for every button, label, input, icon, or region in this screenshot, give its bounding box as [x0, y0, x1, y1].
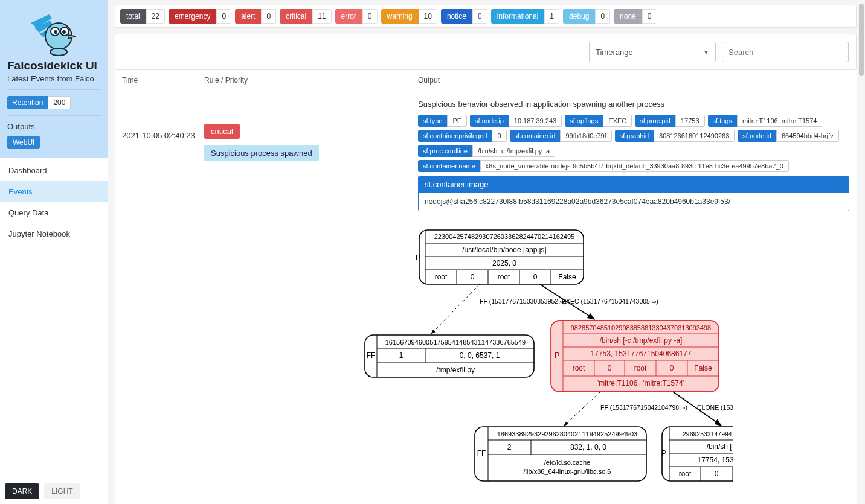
tag-key: sf.graphid: [615, 130, 654, 142]
pill-label: informational: [491, 9, 545, 24]
svg-text:1: 1: [399, 351, 404, 360]
svg-line-24: [431, 284, 480, 334]
tag-value: 10.187.39.243: [509, 115, 562, 127]
scrollbar[interactable]: [859, 4, 864, 76]
svg-text:0: 0: [471, 273, 475, 281]
tag-value: 0: [492, 130, 506, 142]
pill-label: warning: [381, 9, 419, 24]
output-webui-pill[interactable]: WebUI: [7, 136, 40, 149]
tag-key: sf.proc.cmdline: [418, 145, 472, 157]
pill-count: 0: [216, 9, 231, 24]
filter-informational[interactable]: informational1: [491, 9, 559, 24]
svg-text:FF: FF: [367, 351, 376, 360]
event-row[interactable]: informational Container entrypoint "node…: [115, 499, 857, 504]
sidebar-header: Falcosidekick UI Latest Events from Falc…: [0, 0, 108, 158]
nav-events[interactable]: Events: [0, 181, 108, 202]
pill-label: notice: [441, 9, 472, 24]
filter-none[interactable]: none0: [614, 9, 657, 24]
tag[interactable]: sf.container.namek8s_node_vulnerable-nod…: [418, 160, 789, 172]
svg-text:17753, 1531776715040686177: 17753, 1531776715040686177: [591, 349, 692, 358]
svg-text:223004257482930726033628244702: 22300425748293072603362824470214162495: [434, 233, 574, 240]
svg-text:root: root: [634, 364, 647, 372]
tag-value: /bin/sh -c /tmp/exfil.py -a: [472, 145, 555, 157]
pill-count: 0: [595, 9, 610, 24]
tag-value: mitre:T1106, mitre:T1574: [737, 115, 823, 127]
events-table: Time Rule / Priority Output 2021-10-05 0…: [115, 70, 857, 220]
graph-node-top: P 22300425748293072603362824470214162495…: [416, 230, 584, 284]
tag-key: sf.opflags: [565, 115, 603, 127]
pill-label: emergency: [169, 9, 216, 24]
filter-error[interactable]: error0: [335, 9, 378, 24]
tag[interactable]: sf.proc.pid17753: [635, 115, 704, 127]
event-time: 2021-10-05 02:40:23: [122, 100, 204, 140]
tag[interactable]: sf.opflagsEXEC: [565, 115, 632, 127]
event-row[interactable]: 2021-10-05 02:40:23 critical Suspicious …: [115, 91, 857, 220]
tag[interactable]: sf.typePE: [418, 115, 467, 127]
app-title: Falcosidekick UI: [7, 59, 100, 72]
tag[interactable]: sf.tagsmitre:T1106, mitre:T1574: [708, 115, 823, 127]
tag[interactable]: sf.container.privileged0: [418, 130, 507, 142]
svg-text:0: 0: [670, 364, 674, 372]
light-button[interactable]: LIGHT: [44, 483, 80, 499]
table-header: Time Rule / Priority Output: [115, 70, 857, 91]
svg-text:EXEC (1531776715041743005,∞): EXEC (1531776715041743005,∞): [562, 298, 658, 305]
svg-text:P: P: [416, 253, 421, 262]
pill-count: 0: [362, 9, 378, 24]
filter-alert[interactable]: alert0: [235, 9, 276, 24]
filter-emergency[interactable]: emergency0: [169, 9, 231, 24]
svg-text:/lib/x86_64-linux-gnu/libc.so.: /lib/x86_64-linux-gnu/libc.so.6: [524, 468, 611, 475]
svg-text:2: 2: [507, 443, 512, 451]
filter-notice[interactable]: notice0: [441, 9, 487, 24]
retention-value: 200: [48, 96, 71, 109]
app-subtitle: Latest Events from Falco: [7, 74, 100, 83]
retention-pill[interactable]: Retention 200: [7, 96, 100, 109]
filter-debug[interactable]: debug0: [563, 9, 610, 24]
svg-text:root: root: [679, 470, 692, 478]
timerange-select[interactable]: Timerange ▼: [589, 42, 716, 62]
tag-value: 99fb18d0e79f: [560, 130, 611, 142]
svg-text:False: False: [558, 273, 576, 281]
svg-text:0: 0: [715, 470, 719, 478]
timerange-label: Timerange: [596, 48, 633, 57]
svg-text:FF (1531776715042104798,∞): FF (1531776715042104798,∞): [600, 404, 687, 411]
svg-text:'mitre:T1106', 'mitre:T1574': 'mitre:T1106', 'mitre:T1574': [597, 379, 684, 388]
graph-node-ff1: FF 1615670946005175954148543114733676554…: [365, 335, 534, 377]
pill-label: critical: [280, 9, 312, 24]
svg-text:0: 0: [533, 273, 538, 281]
tag[interactable]: sf.proc.cmdline/bin/sh -c /tmp/exfil.py …: [418, 145, 555, 157]
container-image-tag[interactable]: sf.container.image nodejs@sha256:c822730…: [418, 176, 849, 211]
filter-warning[interactable]: warning10: [381, 9, 437, 24]
nav-query-data[interactable]: Query Data: [0, 202, 108, 223]
tag[interactable]: sf.node.id664594bbd4-brjfv: [738, 130, 838, 142]
tag[interactable]: sf.node.ip10.187.39.243: [470, 115, 562, 127]
svg-text:False: False: [694, 364, 712, 372]
col-output: Output: [418, 76, 849, 85]
nav-jupyter[interactable]: Jupyter Notebook: [0, 223, 108, 244]
tag-key: sf.container.name: [418, 160, 480, 172]
pill-label: none: [614, 9, 642, 24]
tag-value: 17753: [675, 115, 705, 127]
svg-text:root: root: [435, 273, 448, 281]
pill-count: 11: [312, 9, 331, 24]
tag-key: sf.container.privileged: [418, 130, 492, 142]
tag[interactable]: sf.container.id99fb18d0e79f: [510, 130, 612, 142]
col-rule: Rule / Priority: [204, 76, 418, 85]
svg-text:186933892932929628040211194925: 18693389293292962804021119492524994903: [497, 430, 637, 438]
svg-text:2025, 0: 2025, 0: [492, 259, 516, 267]
chevron-down-icon: ▼: [703, 49, 709, 56]
controls-row: Timerange ▼: [115, 34, 857, 70]
svg-line-58: [564, 392, 600, 426]
dark-button[interactable]: DARK: [5, 483, 39, 499]
filter-critical[interactable]: critical11: [280, 9, 331, 24]
process-graph: P 22300425748293072603362824470214162495…: [115, 220, 857, 499]
search-input[interactable]: [722, 42, 849, 62]
tag[interactable]: sf.graphid3081266160112490263: [615, 130, 735, 142]
filter-total[interactable]: total22: [120, 9, 165, 24]
tag-value: 3081266160112490263: [654, 130, 735, 142]
svg-point-1: [50, 48, 67, 56]
pill-count: 22: [146, 9, 165, 24]
tag-key: sf.tags: [708, 115, 737, 127]
pill-count: 0: [642, 9, 657, 24]
nav-dashboard[interactable]: Dashboard: [0, 160, 108, 181]
svg-text:/tmp/exfil.py: /tmp/exfil.py: [436, 366, 475, 374]
